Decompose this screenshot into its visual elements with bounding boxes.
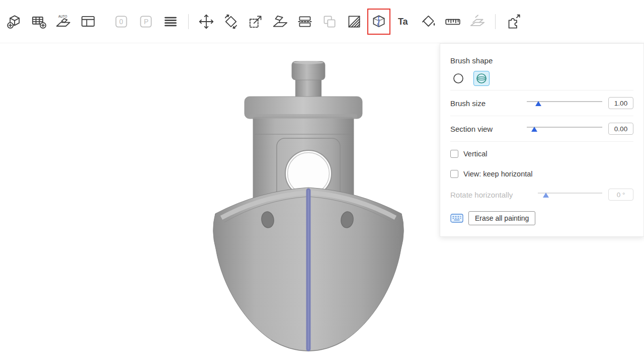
vertical-row: Vertical (450, 144, 633, 164)
vertical-checkbox[interactable] (450, 150, 458, 158)
text-icon: Ta (394, 13, 413, 31)
tool-text[interactable]: Ta (393, 10, 414, 33)
tool-layers[interactable] (160, 10, 181, 33)
clone-icon (320, 13, 339, 31)
section-view-slider[interactable] (527, 125, 602, 133)
tool-variable-layer-height[interactable] (344, 10, 364, 33)
brush-size-thumb[interactable] (535, 101, 541, 106)
measure-icon (444, 13, 462, 31)
move-icon (197, 13, 215, 31)
toolbar-separator (495, 14, 496, 29)
keep-horizontal-checkbox[interactable] (450, 170, 458, 178)
tool-plate-zero[interactable]: 0 (111, 10, 131, 33)
circle-brush-icon (452, 72, 464, 84)
section-view-label: Section view (450, 125, 527, 133)
split-to-objects-icon (504, 13, 522, 31)
text-tool-label: Ta (398, 17, 409, 27)
plate-p-icon: P (137, 13, 155, 31)
add-plate-icon (30, 13, 48, 31)
tool-add-plate[interactable] (29, 10, 49, 33)
seam-painting-icon (370, 13, 388, 31)
place-on-face-icon (271, 13, 289, 31)
benchy-chimney-collar (292, 61, 325, 80)
section-view-row: Section view (450, 118, 633, 139)
variable-layer-height-icon (345, 13, 363, 31)
keep-horizontal-label: View: keep horizontal (463, 170, 533, 178)
erase-all-painting-button[interactable]: Erase all painting (468, 211, 535, 225)
tool-measure[interactable] (443, 10, 463, 33)
cut-icon (296, 13, 314, 31)
keep-horizontal-row: View: keep horizontal (450, 164, 633, 184)
tool-clone[interactable] (319, 10, 340, 33)
vertical-label: Vertical (463, 150, 488, 158)
section-view-thumb[interactable] (531, 127, 537, 132)
brush-shape-circle-option[interactable] (450, 71, 466, 86)
brush-size-label: Brush size (450, 99, 527, 108)
erase-row: Erase all painting (450, 211, 633, 225)
auto-label: AUTO (58, 15, 67, 18)
tool-add-object[interactable] (4, 10, 24, 33)
tool-seam-painting[interactable] (369, 10, 389, 33)
rotate-horizontally-slider[interactable] (538, 191, 602, 199)
auto-orient-icon: AUTO (54, 13, 72, 31)
plate-zero-label: 0 (119, 18, 123, 25)
sphere-brush-icon (475, 72, 488, 84)
panel-divider (450, 141, 633, 142)
toolbar: AUTO 0 P (0, 0, 644, 43)
rotate-horizontally-label: Rotate horizontally (450, 191, 538, 199)
brush-shape-sphere-option[interactable] (473, 71, 490, 86)
seam-painting-panel: Brush shape Brush size Section view (440, 43, 644, 237)
panel-divider (450, 116, 633, 116)
section-view-value[interactable] (608, 123, 633, 135)
plate-p-label: P (144, 18, 148, 25)
keyboard-shortcuts-button[interactable] (450, 214, 463, 223)
brush-size-row: Brush size (450, 93, 633, 114)
layers-icon (162, 13, 180, 31)
tool-scale[interactable] (246, 10, 266, 33)
brush-size-slider[interactable] (527, 100, 602, 107)
keyboard-icon (450, 214, 463, 223)
tool-plate-p[interactable]: P (136, 10, 156, 33)
rotate-icon (222, 13, 240, 31)
scale-icon (247, 13, 265, 31)
rotate-horizontally-row: Rotate horizontally (450, 184, 633, 205)
toolbar-separator (188, 14, 189, 29)
plate-zero-icon: 0 (112, 13, 130, 31)
brush-size-value[interactable] (608, 97, 633, 109)
section-view-track[interactable] (527, 127, 602, 128)
tool-move[interactable] (196, 10, 216, 33)
tool-auto-orient[interactable]: AUTO (53, 10, 73, 33)
benchy-roof-lip (250, 114, 357, 119)
tool-cut[interactable] (295, 10, 315, 33)
rotate-horizontally-value[interactable] (608, 189, 633, 201)
benchy-model (200, 48, 422, 357)
color-painting-icon (419, 13, 437, 31)
panel-divider (450, 90, 633, 90)
tool-assembly[interactable] (467, 10, 488, 33)
brush-shape-options (450, 69, 633, 88)
split-view-icon (79, 13, 97, 31)
benchy-chimney-top (293, 61, 324, 64)
tool-place-on-face[interactable] (270, 10, 290, 33)
add-object-icon (5, 13, 23, 31)
rotate-horizontally-thumb[interactable] (543, 193, 549, 198)
tool-split-to-objects[interactable] (503, 10, 523, 33)
brush-shape-row: Brush shape (450, 52, 633, 69)
tool-color-painting[interactable] (418, 10, 438, 33)
brush-shape-label: Brush shape (450, 56, 633, 65)
assembly-icon (468, 13, 487, 31)
tool-rotate[interactable] (221, 10, 241, 33)
tool-split-view[interactable] (78, 10, 98, 33)
